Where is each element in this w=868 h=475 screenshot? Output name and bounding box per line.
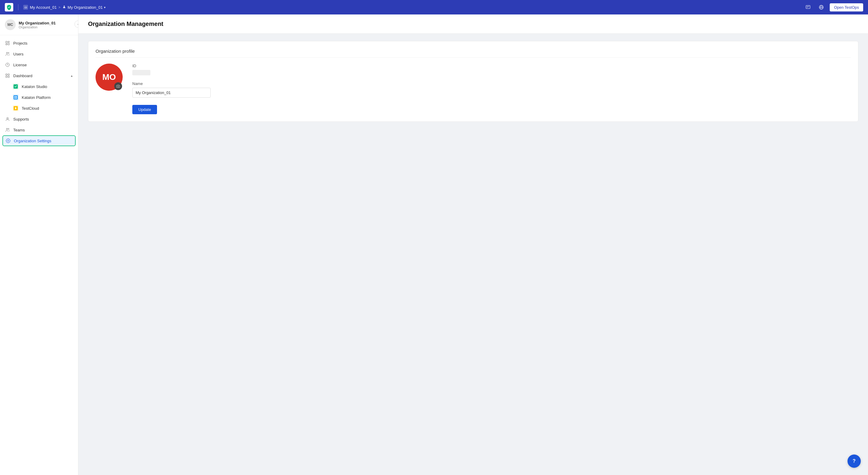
svg-rect-15	[8, 76, 9, 77]
svg-rect-21	[16, 98, 17, 99]
svg-point-23	[7, 118, 8, 119]
svg-point-25	[8, 128, 9, 129]
org-settings-label: Organization Settings	[14, 139, 73, 143]
users-label: Users	[13, 52, 73, 56]
svg-rect-20	[14, 98, 16, 99]
svg-rect-12	[6, 74, 7, 75]
sidebar-item-org-settings[interactable]: Organization Settings	[2, 135, 76, 146]
messages-icon[interactable]	[803, 2, 813, 12]
sidebar-item-testcloud[interactable]: TestCloud	[0, 103, 78, 114]
katalon-studio-label: Katalon Studio	[22, 85, 47, 89]
section-title: Organization profile	[96, 49, 851, 58]
breadcrumb-separator: >	[59, 5, 60, 9]
projects-label: Projects	[13, 41, 73, 45]
dashboard-icon	[5, 73, 10, 78]
supports-label: Supports	[13, 117, 73, 122]
sidebar-item-teams[interactable]: Teams	[0, 124, 78, 135]
sidebar-item-dashboard[interactable]: Dashboard ▲	[0, 70, 78, 81]
org-type: Organization	[19, 25, 56, 29]
svg-rect-7	[8, 43, 9, 45]
svg-rect-8	[6, 44, 7, 45]
org-info: My Organization_01 Organization	[19, 21, 56, 29]
svg-point-0	[64, 6, 65, 7]
testcloud-label: TestCloud	[22, 106, 39, 110]
svg-rect-5	[6, 41, 7, 43]
name-input[interactable]	[132, 88, 211, 98]
org-settings-icon	[5, 138, 11, 144]
sidebar-item-license[interactable]: License	[0, 59, 78, 70]
sidebar-item-users[interactable]: Users	[0, 49, 78, 59]
katalon-studio-icon	[13, 84, 19, 90]
top-nav-right: Open TestOps	[803, 2, 863, 12]
dashboard-expand-icon: ▲	[70, 74, 73, 77]
teams-label: Teams	[13, 128, 73, 132]
supports-icon	[5, 116, 10, 122]
main-content: Organization Management Organization pro…	[79, 14, 868, 475]
svg-point-27	[118, 86, 119, 87]
svg-point-10	[8, 53, 9, 53]
dashboard-label: Dashboard	[13, 73, 67, 78]
main-layout: ‹ MC My Organization_01 Organization Pro…	[0, 14, 868, 475]
svg-rect-18	[14, 96, 16, 97]
org-avatar: MC	[5, 19, 16, 30]
logo[interactable]	[5, 3, 13, 11]
license-icon	[5, 62, 10, 67]
org-profile-card: Organization profile MO ID	[88, 41, 858, 122]
id-label: ID	[132, 64, 851, 68]
katalon-platform-label: Katalon Platform	[22, 95, 51, 100]
chevron-down-icon: ▾	[104, 6, 105, 9]
svg-rect-14	[6, 76, 7, 77]
teams-icon	[5, 127, 10, 133]
page-header: Organization Management	[79, 14, 868, 34]
profile-content: MO ID Name Upda	[96, 64, 851, 114]
dashboard-children: Katalon Studio Katalon Platform TestClou…	[0, 81, 78, 114]
svg-rect-17	[13, 95, 18, 99]
sidebar-item-projects[interactable]: Projects	[0, 38, 78, 49]
svg-rect-13	[8, 74, 9, 75]
camera-button[interactable]	[114, 82, 122, 90]
breadcrumb-account[interactable]: My Account_01	[30, 5, 57, 10]
form-section: ID Name Update	[132, 64, 851, 114]
svg-rect-1	[806, 5, 810, 9]
content-area: Organization profile MO ID	[79, 34, 868, 129]
name-label: Name	[132, 82, 851, 86]
id-value	[132, 70, 150, 75]
svg-rect-6	[8, 41, 9, 42]
update-button[interactable]: Update	[132, 105, 157, 114]
svg-point-9	[6, 53, 7, 54]
sidebar-nav: Projects Users License Dashboard ▲	[0, 35, 78, 149]
sidebar: ‹ MC My Organization_01 Organization Pro…	[0, 14, 79, 475]
sidebar-item-katalon-studio[interactable]: Katalon Studio	[0, 81, 78, 92]
page-title: Organization Management	[88, 21, 858, 27]
org-name: My Organization_01	[19, 21, 56, 25]
testcloud-icon	[13, 105, 19, 111]
sidebar-item-katalon-platform[interactable]: Katalon Platform	[0, 92, 78, 103]
breadcrumb-org[interactable]: My Organization_01 ▾	[62, 5, 105, 10]
svg-point-26	[7, 140, 9, 141]
sidebar-item-supports[interactable]: Supports	[0, 114, 78, 124]
projects-icon	[5, 40, 10, 46]
name-field-group: Name	[132, 82, 851, 98]
sidebar-org-header: MC My Organization_01 Organization	[0, 14, 78, 35]
top-nav: 🗂 My Account_01 > My Organization_01 ▾ O…	[0, 0, 868, 14]
breadcrumb-org-name: My Organization_01	[67, 5, 102, 10]
breadcrumb: 🗂 My Account_01 > My Organization_01 ▾	[23, 5, 105, 10]
katalon-platform-icon	[13, 94, 19, 100]
nav-divider	[18, 4, 19, 10]
svg-rect-19	[16, 96, 17, 97]
svg-point-24	[6, 128, 7, 130]
account-icon: 🗂	[23, 5, 28, 10]
license-label: License	[13, 63, 73, 67]
id-field-group: ID	[132, 64, 851, 76]
avatar-container: MO	[96, 64, 123, 91]
help-button[interactable]: ?	[847, 454, 861, 468]
open-testops-button[interactable]: Open TestOps	[830, 3, 863, 11]
users-icon	[5, 51, 10, 57]
globe-icon[interactable]	[816, 2, 826, 12]
